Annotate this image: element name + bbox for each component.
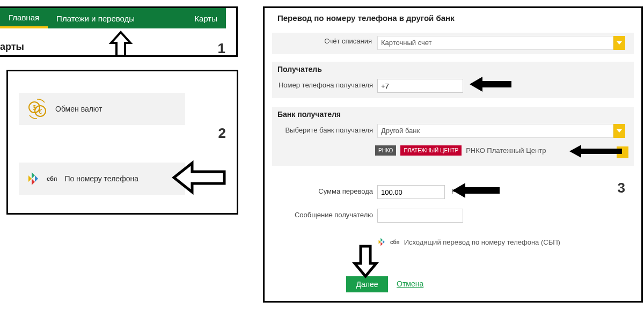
option-currency-exchange[interactable]: $ € Обмен валют [19, 93, 185, 125]
rnko-select-indicator[interactable] [617, 146, 628, 158]
option-phone-label: По номеру телефона [64, 174, 138, 183]
annotation-arrow-amount [449, 180, 503, 201]
breadcrumb: арты [0, 41, 24, 53]
sbp-transfer-note: сбп Исходящий перевод по номеру телефона… [377, 237, 560, 247]
phone-input[interactable] [377, 79, 463, 93]
currency-exchange-icon: $ € [26, 98, 48, 120]
sbp-note-text: Исходящий перевод по номеру телефона (СБ… [404, 238, 560, 246]
account-label: Счёт списания [286, 37, 372, 45]
account-value: Карточный счет [377, 36, 613, 50]
recipient-section-header: Получатель [277, 65, 322, 73]
svg-marker-5 [32, 179, 35, 185]
svg-marker-8 [380, 238, 383, 242]
step-number-1: 1 [218, 40, 225, 57]
svg-marker-10 [383, 240, 385, 244]
account-dropdown-button[interactable] [613, 36, 625, 50]
cancel-link[interactable]: Отмена [397, 279, 423, 288]
svg-marker-11 [379, 240, 381, 244]
svg-marker-9 [380, 242, 383, 246]
bank-section-header: Банк получателя [277, 110, 341, 119]
bank-dropdown-button[interactable] [613, 124, 625, 138]
panel-step1: Главная Платежи и переводы Карты арты 1 [0, 6, 238, 57]
message-input[interactable] [377, 209, 463, 223]
sbp-icon [377, 237, 388, 247]
panel-step3: Перевод по номеру телефона в другой банк… [263, 6, 643, 303]
bank-option-rnko[interactable]: РНКО ПЛАТЕЖНЫЙ ЦЕНТР РНКО Платежный Цент… [375, 145, 546, 156]
svg-marker-4 [32, 172, 35, 179]
step-number-2: 2 [218, 125, 226, 142]
amount-currency: Р [451, 187, 456, 195]
rnko-badge-2: ПЛАТЕЖНЫЙ ЦЕНТР [400, 145, 462, 156]
step-number-3: 3 [618, 180, 625, 196]
nav-tab-home[interactable]: Главная [0, 8, 48, 28]
amount-input[interactable] [377, 185, 445, 199]
panel-step2: $ € Обмен валют 2 сбп По номеру телефона [6, 70, 238, 215]
sbp-small-label: сбп [390, 239, 400, 245]
amount-label: Сумма перевода [286, 187, 373, 195]
bank-select-value[interactable]: Другой банк [377, 124, 613, 138]
phone-label: Номер телефона получателя [277, 81, 373, 89]
sbp-icon [26, 170, 43, 187]
option-currency-label: Обмен валют [55, 105, 102, 113]
nav-tab-cards[interactable]: Карты [186, 8, 226, 28]
rnko-bank-name: РНКО Платежный Центр [466, 146, 546, 154]
bank-select-label: Выберите банк получателя [277, 126, 373, 134]
rnko-badge-1: РНКО [375, 145, 396, 156]
message-label: Сообщение получателю [286, 211, 373, 219]
svg-text:€: € [39, 108, 42, 115]
next-button[interactable]: Далее [346, 276, 388, 292]
annotation-arrow-next [349, 244, 382, 279]
form-title: Перевод по номеру телефона в другой банк [277, 13, 455, 23]
main-nav: Главная Платежи и переводы Карты [0, 8, 226, 28]
svg-marker-7 [28, 175, 32, 182]
option-transfer-by-phone[interactable]: сбп По номеру телефона [19, 163, 185, 195]
svg-marker-6 [35, 175, 38, 182]
sbp-label: сбп [47, 175, 57, 182]
nav-tab-payments[interactable]: Платежи и переводы [48, 8, 143, 28]
